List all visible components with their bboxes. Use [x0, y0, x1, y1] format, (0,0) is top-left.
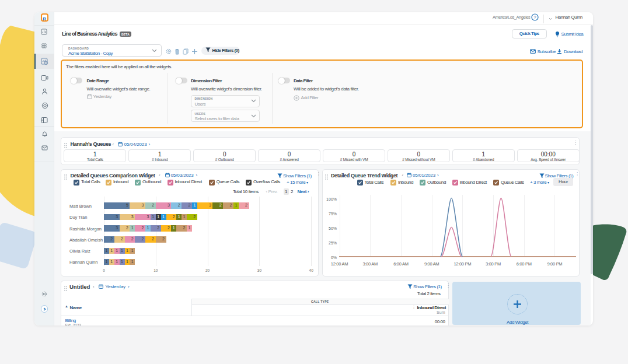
svg-text:?: ?	[533, 15, 536, 20]
